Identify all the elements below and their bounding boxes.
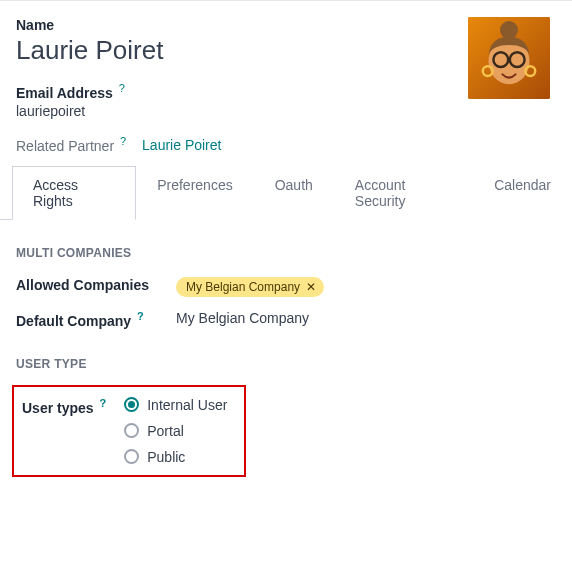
radio-public[interactable]: Public [124, 449, 227, 465]
related-partner-link[interactable]: Laurie Poiret [142, 137, 221, 153]
user-types-label: User types [22, 400, 94, 416]
tab-access-rights[interactable]: Access Rights [12, 166, 136, 220]
avatar[interactable] [468, 17, 550, 99]
user-types-highlight: User types ? Internal User Portal Public [12, 385, 246, 477]
radio-public-label: Public [147, 449, 185, 465]
related-partner-label: Related Partner [16, 137, 114, 153]
radio-internal-user[interactable]: Internal User [124, 397, 227, 413]
user-types-help-icon[interactable]: ? [99, 397, 106, 409]
avatar-image [468, 17, 550, 99]
multi-companies-header: MULTI COMPANIES [16, 246, 556, 260]
related-partner-help-icon[interactable]: ? [120, 135, 126, 147]
default-company-value[interactable]: My Belgian Company [176, 307, 556, 326]
radio-circle-icon [124, 449, 139, 464]
allowed-company-tag-label: My Belgian Company [186, 280, 300, 294]
default-company-label: Default Company [16, 313, 131, 329]
tab-oauth[interactable]: Oauth [254, 166, 334, 220]
tab-preferences[interactable]: Preferences [136, 166, 253, 220]
close-icon[interactable]: ✕ [306, 280, 316, 294]
radio-circle-icon [124, 423, 139, 438]
radio-portal[interactable]: Portal [124, 423, 227, 439]
allowed-company-tag[interactable]: My Belgian Company ✕ [176, 277, 324, 297]
email-help-icon[interactable]: ? [119, 82, 125, 94]
svg-point-1 [500, 21, 518, 39]
tabs: Access Rights Preferences Oauth Account … [0, 165, 572, 220]
tab-account-security[interactable]: Account Security [334, 166, 473, 220]
radio-internal-user-label: Internal User [147, 397, 227, 413]
user-types-radio-group: Internal User Portal Public [124, 397, 227, 465]
radio-circle-selected-icon [124, 397, 139, 412]
tab-calendar[interactable]: Calendar [473, 166, 572, 220]
allowed-companies-label: Allowed Companies [16, 274, 176, 293]
default-company-help-icon[interactable]: ? [137, 310, 144, 322]
email-value[interactable]: lauriepoiret [16, 103, 556, 119]
radio-portal-label: Portal [147, 423, 184, 439]
email-label: Email Address [16, 85, 113, 101]
user-type-header: USER TYPE [16, 357, 556, 371]
